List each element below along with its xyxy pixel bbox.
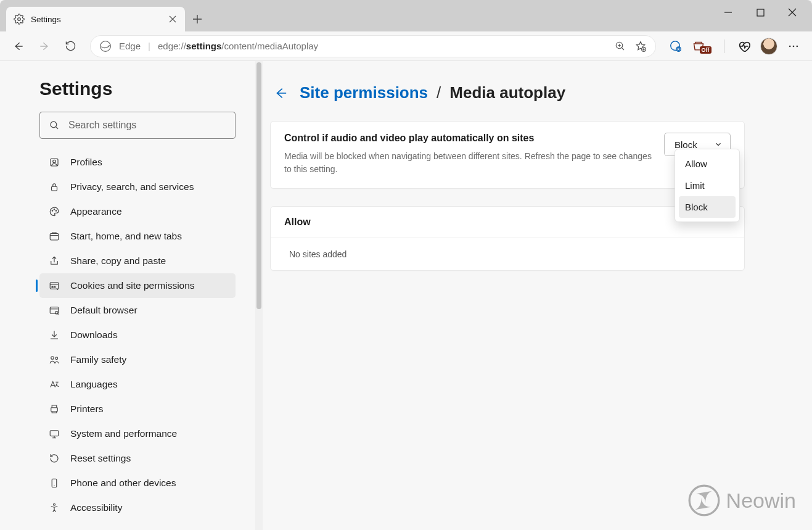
- window-close-button[interactable]: [776, 0, 808, 25]
- search-placeholder: Search settings: [68, 120, 136, 131]
- sidebar-item-privacy-search-and-services[interactable]: Privacy, search, and services: [39, 175, 236, 199]
- browser-tab[interactable]: Settings: [6, 7, 185, 31]
- sidebar-item-downloads[interactable]: Downloads: [39, 323, 236, 347]
- svg-point-20: [52, 286, 53, 288]
- sidebar-item-label: Default browser: [70, 305, 137, 316]
- share-icon: [48, 255, 60, 267]
- setting-description: Media will be blocked when navigating be…: [284, 150, 652, 176]
- svg-rect-27: [50, 431, 59, 436]
- svg-rect-22: [50, 307, 59, 314]
- sidebar-item-label: Profiles: [70, 157, 102, 168]
- svg-point-0: [18, 18, 21, 21]
- sidebar-item-phone-and-other-devices[interactable]: Phone and other devices: [39, 471, 236, 495]
- svg-point-25: [55, 357, 58, 360]
- health-icon[interactable]: [732, 34, 757, 59]
- palette-icon: [48, 206, 60, 217]
- svg-point-13: [53, 160, 56, 163]
- sidebar-item-system-and-performance[interactable]: System and performance: [39, 421, 236, 446]
- search-icon: [49, 120, 60, 131]
- more-menu-button[interactable]: [781, 34, 806, 59]
- phone-icon: [48, 478, 60, 489]
- svg-point-11: [51, 122, 57, 128]
- sidebar-item-label: Accessibility: [70, 502, 122, 513]
- allow-list-card: Allow No sites added: [270, 206, 745, 271]
- collections-icon[interactable]: Off: [692, 34, 716, 59]
- zoom-icon[interactable]: [615, 41, 626, 52]
- tab-close-button[interactable]: [168, 14, 178, 24]
- settings-heading: Settings: [39, 78, 236, 99]
- allow-list-empty: No sites added: [271, 238, 744, 270]
- sidebar-item-label: Downloads: [70, 329, 118, 341]
- sidebar-item-label: Cookies and site permissions: [70, 280, 195, 291]
- lock-icon: [48, 181, 60, 193]
- svg-point-30: [689, 486, 719, 515]
- sidebar-item-family-safety[interactable]: Family safety: [39, 347, 236, 372]
- edge-logo-icon: [99, 40, 112, 52]
- sidebar-item-label: Languages: [70, 379, 118, 390]
- breadcrumb: Site permissions / Media autoplay: [274, 83, 787, 102]
- sidebar-item-label: System and performance: [70, 428, 177, 439]
- sidebar-item-accessibility[interactable]: Accessibility: [39, 495, 236, 520]
- sidebar-item-languages[interactable]: Languages: [39, 372, 236, 397]
- window-maximize-button[interactable]: [744, 0, 776, 25]
- svg-point-24: [51, 357, 54, 360]
- autoplay-setting-card: Control if audio and video play automati…: [270, 121, 745, 189]
- window-minimize-button[interactable]: [712, 0, 744, 25]
- svg-point-17: [55, 210, 57, 212]
- svg-point-9: [793, 45, 795, 47]
- breadcrumb-current: Media autoplay: [449, 83, 565, 102]
- cookies-icon: [48, 280, 60, 291]
- nav-forward-button[interactable]: [32, 34, 57, 59]
- language-icon: [48, 379, 60, 390]
- sidebar-item-reset-settings[interactable]: Reset settings: [39, 446, 236, 471]
- favorites-icon[interactable]: [634, 40, 647, 52]
- breadcrumb-link[interactable]: Site permissions: [300, 83, 428, 102]
- sidebar-item-label: Share, copy and paste: [70, 255, 166, 267]
- dropdown-option-block[interactable]: Block: [679, 196, 736, 218]
- sidebar-item-share-copy-and-paste[interactable]: Share, copy and paste: [39, 249, 236, 273]
- sidebar-item-label: Phone and other devices: [70, 478, 176, 489]
- svg-point-21: [54, 286, 55, 288]
- dropdown-value: Block: [675, 139, 697, 150]
- setting-title: Control if audio and video play automati…: [284, 133, 652, 144]
- settings-search-input[interactable]: Search settings: [39, 112, 236, 139]
- browser-icon: [48, 305, 60, 316]
- svg-point-10: [797, 45, 798, 47]
- new-tab-button[interactable]: [185, 7, 210, 31]
- svg-point-15: [52, 210, 53, 212]
- family-icon: [48, 354, 60, 365]
- sidebar-item-label: Printers: [70, 404, 103, 415]
- nav-refresh-button[interactable]: [58, 34, 83, 59]
- profile-avatar[interactable]: [760, 38, 777, 55]
- sidebar-item-default-browser[interactable]: Default browser: [39, 298, 236, 323]
- breadcrumb-back-button[interactable]: [274, 86, 291, 100]
- printer-icon: [48, 404, 60, 415]
- sidebar-item-label: Start, home, and new tabs: [70, 231, 182, 242]
- off-badge: Off: [700, 46, 712, 54]
- sidebar-item-profiles[interactable]: Profiles: [39, 150, 236, 175]
- autoplay-dropdown-menu: AllowLimitBlock: [675, 149, 740, 222]
- sidebar-item-cookies-and-site-permissions[interactable]: Cookies and site permissions: [39, 273, 236, 298]
- system-icon: [48, 428, 60, 439]
- sidebar-item-label: Appearance: [70, 206, 122, 217]
- sidebar-item-start-home-and-new-tabs[interactable]: Start, home, and new tabs: [39, 224, 236, 249]
- nav-back-button[interactable]: [6, 34, 31, 59]
- dropdown-option-limit[interactable]: Limit: [679, 175, 736, 196]
- browser-toolbar: Edge | edge://settings/content/mediaAuto…: [0, 31, 812, 61]
- download-icon: [48, 329, 60, 341]
- svg-rect-18: [50, 234, 59, 241]
- tracking-prevention-icon[interactable]: [663, 34, 688, 59]
- svg-point-29: [54, 503, 55, 505]
- sidebar-item-printers[interactable]: Printers: [39, 397, 236, 421]
- settings-gear-icon: [14, 14, 25, 25]
- tabs-icon: [48, 231, 60, 242]
- address-divider: |: [148, 41, 150, 51]
- profile-icon: [48, 157, 60, 168]
- site-identity: Edge: [119, 41, 141, 51]
- dropdown-option-allow[interactable]: Allow: [679, 153, 736, 175]
- reset-icon: [48, 453, 60, 464]
- sidebar-item-appearance[interactable]: Appearance: [39, 199, 236, 224]
- svg-rect-14: [52, 186, 57, 191]
- address-bar[interactable]: Edge | edge://settings/content/mediaAuto…: [90, 35, 656, 57]
- allow-list-header: Allow: [271, 207, 744, 238]
